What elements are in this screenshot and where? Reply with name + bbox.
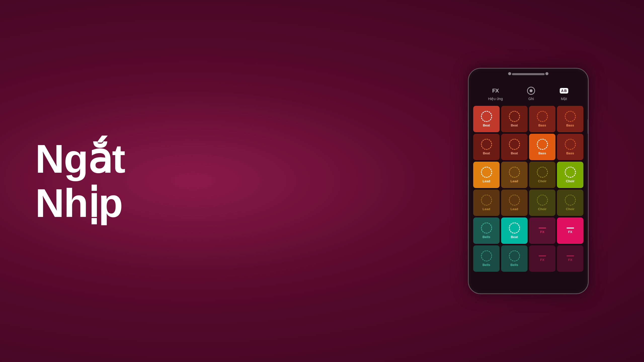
pad-label-20: FX [568, 230, 572, 234]
nav-fx[interactable]: FX Hiệu ứng [488, 86, 503, 101]
pad-circle-15 [537, 195, 548, 206]
pad-bass-2[interactable]: Bass [557, 106, 583, 132]
pad-circle-11 [537, 167, 548, 178]
pad-label-17: Bells [482, 235, 490, 239]
pad-label-12: Choir [566, 179, 575, 183]
pad-label-19: FX [540, 230, 544, 234]
pad-label-2: Beat [511, 123, 518, 127]
pad-label-8: Bass [566, 151, 574, 155]
pad-circle-4 [565, 111, 576, 122]
pad-label-1: Beat [483, 123, 490, 127]
pad-bass-1[interactable]: Bass [529, 106, 555, 132]
top-nav: FX Hiệu ứng Ghi A B [471, 84, 585, 106]
pad-circle-17 [481, 222, 492, 234]
pad-lead-1[interactable]: Lead [473, 162, 500, 188]
pad-circle-10 [509, 167, 520, 178]
pad-fx-4[interactable]: FX [557, 245, 583, 272]
pad-label-4: Bass [566, 123, 574, 127]
pad-label-10: Lead [510, 179, 518, 183]
pad-choir-2[interactable]: Choir [557, 162, 583, 188]
pad-circle-9 [481, 167, 492, 178]
pad-bells-1[interactable]: Bells [473, 217, 500, 244]
pad-label-3: Bass [538, 123, 546, 127]
pad-circle-6 [509, 139, 520, 150]
pad-beat-3[interactable]: Beat [473, 134, 500, 160]
pad-label-18: Beat [511, 235, 518, 239]
pad-label-22: Bells [510, 263, 518, 267]
pad-label-24: FX [568, 258, 572, 262]
pad-label-6: Beat [511, 151, 518, 155]
pad-circle-18 [509, 222, 520, 234]
phone-content: FX Hiệu ứng Ghi A B [469, 81, 588, 293]
pad-dash-2 [567, 228, 574, 229]
pad-choir-1[interactable]: Choir [529, 162, 555, 188]
mat-sublabel: Mặt [561, 97, 567, 101]
phone-notch [512, 73, 545, 75]
pad-bass-4[interactable]: Bass [557, 134, 583, 160]
pad-circle-3 [537, 111, 548, 122]
phone-frame: FX Hiệu ứng Ghi A B [468, 68, 589, 294]
pad-circle-5 [481, 139, 492, 150]
record-icon [527, 87, 535, 95]
pad-lead-3[interactable]: Lead [473, 190, 500, 216]
pad-lead-4[interactable]: Lead [501, 190, 528, 216]
pad-label-21: Bells [482, 263, 490, 267]
pad-fx-2[interactable]: FX [557, 217, 583, 244]
pad-dash-3 [539, 255, 546, 256]
nav-mat[interactable]: A B Mặt [559, 86, 569, 101]
pad-beat-2[interactable]: Beat [501, 106, 528, 132]
b-letter: B [564, 89, 567, 93]
pad-dash-4 [567, 255, 574, 256]
pad-grid: Beat Beat Bass Bass Beat [471, 106, 585, 272]
pad-beat-4[interactable]: Beat [501, 134, 528, 160]
pad-circle-22 [509, 250, 520, 261]
pad-circle-12 [565, 167, 576, 178]
title-line1: Ngắt [35, 137, 125, 181]
a-letter: A [561, 89, 564, 93]
pad-circle-21 [481, 250, 492, 261]
ghi-sublabel: Ghi [528, 97, 534, 101]
pad-beat-5[interactable]: Beat [501, 217, 528, 244]
pad-label-13: Lead [482, 207, 490, 211]
pad-label-7: Bass [538, 151, 546, 155]
camera-left [508, 72, 511, 75]
pad-label-15: Choir [538, 207, 547, 211]
pad-circle-8 [565, 139, 576, 150]
fx-icon: FX [491, 86, 500, 95]
pad-circle-2 [509, 111, 520, 122]
pad-dash-1 [539, 228, 546, 229]
pad-label-23: FX [540, 258, 544, 262]
pad-circle-7 [537, 139, 548, 150]
pad-circle-1 [481, 111, 492, 122]
pad-bells-3[interactable]: Bells [501, 245, 528, 272]
pad-choir-4[interactable]: Choir [557, 190, 583, 216]
pad-beat-1[interactable]: Beat [473, 106, 500, 132]
record-icon-container [527, 86, 536, 95]
pad-bass-3[interactable]: Bass [529, 134, 555, 160]
phone-mockup: FX Hiệu ứng Ghi A B [468, 68, 589, 294]
ab-icon: A B [560, 88, 568, 94]
pad-label-5: Beat [483, 151, 490, 155]
pad-bells-2[interactable]: Bells [473, 245, 500, 272]
pad-label-16: Choir [566, 207, 575, 211]
ab-icon-container: A B [559, 86, 569, 95]
fx-text: FX [492, 87, 499, 94]
camera-right [545, 72, 548, 75]
title-line2: Nhịp [35, 181, 125, 225]
nav-ghi[interactable]: Ghi [527, 86, 536, 101]
pad-lead-2[interactable]: Lead [501, 162, 528, 188]
pad-circle-14 [509, 195, 520, 206]
pad-circle-13 [481, 195, 492, 206]
fx-sublabel: Hiệu ứng [488, 97, 503, 101]
pad-choir-3[interactable]: Choir [529, 190, 555, 216]
pad-label-14: Lead [510, 207, 518, 211]
pad-fx-3[interactable]: FX [529, 245, 555, 272]
pad-label-9: Lead [482, 179, 490, 183]
pad-label-11: Choir [538, 179, 547, 183]
title-block: Ngắt Nhịp [35, 137, 125, 225]
pad-fx-1[interactable]: FX [529, 217, 555, 244]
pad-circle-16 [565, 195, 576, 206]
